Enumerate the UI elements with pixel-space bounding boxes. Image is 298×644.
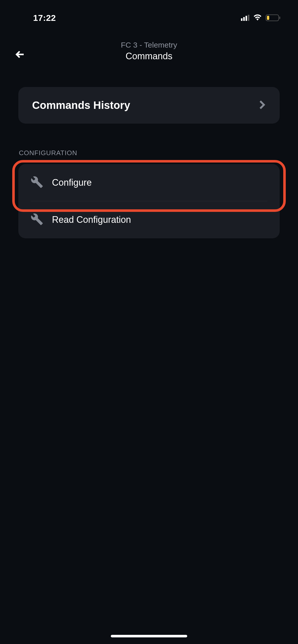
configuration-list: Configure Read Configuration (18, 164, 280, 238)
content-area: Commands History CONFIGURATION Configure (0, 87, 298, 238)
commands-history-label: Commands History (32, 99, 130, 111)
cellular-icon (241, 15, 249, 21)
wifi-icon (253, 14, 262, 22)
wrench-icon (31, 213, 43, 227)
back-button[interactable] (14, 48, 26, 62)
status-icons (241, 14, 280, 22)
header-title: Commands (126, 51, 172, 62)
wrench-icon (31, 176, 43, 189)
status-bar: 17:22 (0, 0, 298, 31)
read-configuration-label: Read Configuration (52, 214, 131, 225)
home-indicator[interactable] (111, 635, 187, 637)
read-configuration-button[interactable]: Read Configuration (18, 201, 280, 238)
configure-label: Configure (52, 177, 92, 188)
configuration-section-header: CONFIGURATION (18, 149, 280, 157)
configure-button[interactable]: Configure (18, 164, 280, 201)
app-header: FC 3 - Telemetry Commands (0, 31, 298, 77)
header-subtitle: FC 3 - Telemetry (121, 41, 177, 49)
commands-history-button[interactable]: Commands History (18, 87, 280, 124)
status-time: 17:22 (33, 13, 56, 23)
chevron-right-icon (258, 100, 266, 110)
battery-icon (266, 14, 280, 21)
